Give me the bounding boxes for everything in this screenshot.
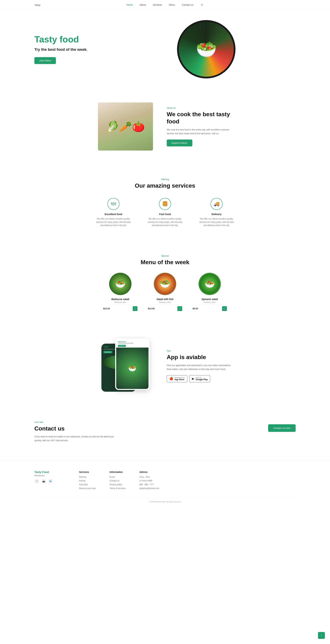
googleplay-label: Get it on — [196, 377, 208, 378]
footer-address-list: Lima - Peru Jr Union #999 999 - 888 - 77… — [139, 476, 159, 490]
appstore-name: App Store — [175, 378, 185, 381]
service-title-2: Fast food — [146, 213, 184, 216]
explore-history-button[interactable]: Explore history — [167, 140, 192, 146]
nav-menu[interactable]: Menu — [169, 4, 175, 6]
footer-col-information: Information Event Contact us Privacy pol… — [109, 471, 125, 491]
footer-address-heading: Adress — [139, 471, 159, 474]
footer-info-contact[interactable]: Contact us — [109, 480, 125, 482]
about-image-inner: 🥬🥕🍅 — [98, 102, 153, 150]
phone-back-cta: View Menu — [103, 351, 112, 353]
footer-socials: f 📷 🐦 — [34, 479, 65, 484]
about-title: We cook the best tasty food — [167, 110, 232, 125]
footer-service-reserve[interactable]: Reserve your spot — [79, 487, 96, 490]
footer-brand: Tasty Food Restaurant f 📷 🐦 — [34, 471, 65, 491]
contact-cta-area: Contact us now — [268, 421, 296, 432]
add-to-cart-2[interactable]: 🛒 — [177, 306, 182, 311]
footer-info-privacy[interactable]: Privacy policy — [109, 483, 125, 486]
footer-address-phone: 999 - 888 - 777 — [139, 483, 159, 486]
phone-tagline: Try the best food of the week. — [118, 342, 147, 344]
footer-info-list: Event Contact us Privacy policy Terms of… — [109, 476, 125, 490]
nav-services[interactable]: Services — [153, 4, 162, 6]
footer-info-heading: Information — [109, 471, 125, 474]
menu-section: Special Menu of the week 🥗 Barbecue sala… — [0, 241, 330, 325]
contact-now-button[interactable]: Contact us now — [268, 424, 296, 432]
menu-sub-3: Delicious dish — [193, 301, 227, 303]
service-card-delivery: 🚚 Delivery We offer our clients excellen… — [198, 198, 235, 227]
dish-image-3: 🥗 — [199, 273, 221, 295]
menu-price-2: $13.00 — [148, 307, 155, 310]
app-section: Tasty Try the best food of the week View… — [0, 325, 330, 407]
phone-front-header: Tasty food Try the best food of the week… — [116, 340, 148, 348]
nav-about[interactable]: About — [140, 4, 146, 6]
services-header: Offering Our amazing services — [34, 178, 296, 189]
menu-price-1: $22.00 — [103, 307, 110, 310]
nav-contact[interactable]: Contact us — [182, 4, 193, 6]
about-desc: We cook the best food in the entire city… — [167, 128, 232, 136]
footer-service-pricing[interactable]: Pricing — [79, 480, 96, 482]
app-title: App is aviable — [167, 354, 232, 361]
hero-food-image: 🥗 — [177, 20, 235, 78]
footer-info-terms[interactable]: Terms of services — [109, 487, 125, 490]
footer-info-event[interactable]: Event — [109, 476, 125, 478]
add-to-cart-3[interactable]: 🛒 — [222, 306, 227, 311]
footer-services-heading: Services — [79, 471, 96, 474]
services-tag: Offering — [34, 178, 296, 180]
services-title: Our amazing services — [34, 182, 296, 189]
footer-copyright: © 2020 Redmonder. All right reserved. — [34, 498, 296, 503]
about-section: 🥬🥕🍅 About us We cook the best tasty food… — [0, 89, 330, 164]
hero-section: Tasty food Try the best food of the week… — [0, 10, 330, 89]
about-food-image: 🥬🥕🍅 — [98, 102, 153, 150]
footer-brand-sub: Restaurant — [34, 474, 65, 477]
googleplay-text: Get it on Google Play — [196, 377, 208, 381]
contact-desc: If you want to reserve a table in our re… — [34, 435, 120, 442]
facebook-icon[interactable]: f — [34, 479, 39, 484]
excellent-food-icon: 🍽 — [107, 198, 119, 210]
menu-name-3: Spinach salad — [193, 298, 227, 300]
phone-menu-btn: View Menu — [118, 345, 126, 347]
services-section: Offering Our amazing services 🍽 Excellen… — [0, 164, 330, 241]
theme-toggle-icon[interactable]: ☀ — [200, 3, 204, 6]
phone-front-mockup: Tasty food Try the best food of the week… — [115, 338, 149, 390]
about-content: About us We cook the best tasty food We … — [167, 106, 232, 146]
instagram-icon[interactable]: 📷 — [41, 479, 46, 484]
menu-item-salad-fish: 🥗 Salad with fish Delicious dish $13.00 … — [148, 273, 182, 311]
footer-services-list: Delivery Pricing Fast food Reserve your … — [79, 476, 96, 490]
menu-name-2: Salad with fish — [148, 298, 182, 300]
service-title-3: Delivery — [198, 213, 235, 216]
food-bowl-decoration: 🥗 — [179, 22, 234, 77]
footer: Tasty Food Restaurant f 📷 🐦 Services Del… — [0, 460, 330, 510]
hero-subtitle: Try the best food of the week. — [34, 47, 103, 52]
apple-icon: 🍎 — [169, 377, 173, 380]
app-mockup: Tasty Try the best food of the week View… — [98, 338, 153, 394]
service-desc-2: We offer our clients excellent quality s… — [146, 217, 184, 227]
hero-image-wrap: 🥗 — [117, 20, 296, 78]
footer-address-city: Lima - Peru — [139, 476, 159, 478]
menu-price-row-2: $13.00 🛒 — [148, 305, 182, 311]
view-menu-button[interactable]: View Menu — [34, 57, 56, 64]
hero-title: Tasty food — [34, 34, 103, 44]
menu-item-spinach: 🥗 Spinach salad Delicious dish $9.50 🛒 — [193, 273, 227, 311]
service-card-excellent-food: 🍽 Excellent food We offer our clients ex… — [95, 198, 132, 227]
about-tag: About us — [167, 106, 232, 109]
appstore-button[interactable]: 🍎 Download on the App Store — [167, 375, 187, 382]
add-to-cart-1[interactable]: 🛒 — [133, 306, 137, 311]
contact-tag: Let's talk — [34, 421, 120, 424]
menu-item-barbecue: 🥗 Barbecue salad Delicious dish $22.00 🛒 — [103, 273, 137, 311]
app-content: App App is aviable Find our application … — [167, 350, 232, 382]
hero-text: Tasty food Try the best food of the week… — [34, 34, 103, 64]
fast-food-icon: 🍔 — [159, 198, 171, 210]
googleplay-button[interactable]: ▶ Get it on Google Play — [189, 375, 210, 382]
twitter-icon[interactable]: 🐦 — [48, 479, 53, 484]
footer-service-fastfood[interactable]: Fast food — [79, 483, 96, 486]
services-grid: 🍽 Excellent food We offer our clients ex… — [34, 198, 296, 227]
delivery-icon: 🚚 — [211, 198, 223, 210]
service-desc-3: We offer our clients excellent quality s… — [198, 217, 235, 227]
appstore-label: Download on the — [175, 377, 185, 378]
nav-home[interactable]: Home — [126, 4, 133, 6]
dish-image-2: 🥗 — [154, 273, 176, 295]
nav-links: Home About Services Menu Contact us ☀ — [126, 3, 204, 6]
menu-price-row-1: $22.00 🛒 — [103, 305, 137, 311]
contact-title: Contact us — [34, 425, 120, 432]
menu-price-row-3: $9.50 🛒 — [193, 305, 227, 311]
footer-service-delivery[interactable]: Delivery — [79, 476, 96, 478]
